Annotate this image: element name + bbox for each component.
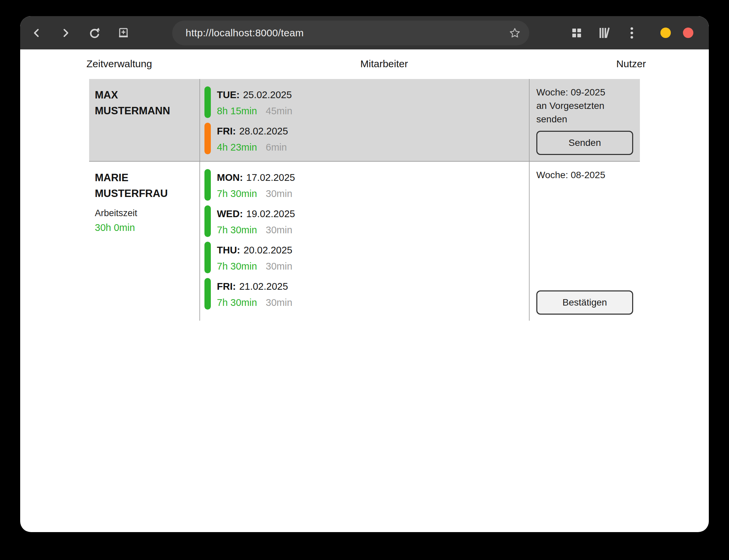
day-entry: FRI:28.02.2025 4h 23min6min xyxy=(204,123,526,154)
new-tab-icon xyxy=(117,27,130,39)
week-action-cell: Woche: 08-2025 Bestätigen xyxy=(529,162,640,321)
worktime-label: Arbeitszeit xyxy=(95,207,196,219)
day-entries-cell: MON:17.02.2025 7h 30min30min xyxy=(199,162,529,321)
url-input[interactable]: http://localhost:8000/team xyxy=(186,27,509,39)
employee-last-name: MUSTERFRAU xyxy=(95,186,196,201)
worktime-value: 30h 0min xyxy=(95,221,196,234)
entry-date: 19.02.2025 xyxy=(246,208,295,219)
week-info: Woche: 08-2025 xyxy=(536,168,633,182)
window-close-button[interactable] xyxy=(683,28,693,38)
menu-button[interactable] xyxy=(624,24,640,42)
browser-toolbar: http://localhost:8000/team xyxy=(20,16,709,49)
status-pill xyxy=(204,242,211,273)
forward-icon xyxy=(60,27,72,39)
library-button[interactable] xyxy=(597,24,612,42)
entry-day: TUE: xyxy=(217,89,240,100)
entry-date: 28.02.2025 xyxy=(239,126,288,136)
library-icon xyxy=(598,27,611,39)
employee-row-max-mustermann: MAX MUSTERMANN TUE:25.02.2025 xyxy=(89,79,640,162)
toolbar-right-group xyxy=(569,24,693,42)
status-pill xyxy=(204,123,211,154)
entry-pause-time: 30min xyxy=(266,225,292,235)
entry-day: MON: xyxy=(217,172,243,183)
day-entry: FRI:21.02.2025 7h 30min30min xyxy=(204,278,526,310)
entry-worked-time: 7h 30min xyxy=(217,261,257,272)
entry-date: 25.02.2025 xyxy=(243,89,292,100)
nav-nutzer[interactable]: Nutzer xyxy=(616,58,646,70)
entry-worked-time: 7h 30min xyxy=(217,225,257,235)
reload-button[interactable] xyxy=(87,24,102,42)
nav-mitarbeiter[interactable]: Mitarbeiter xyxy=(360,58,408,70)
entry-date: 20.02.2025 xyxy=(243,245,292,255)
entry-pause-time: 6min xyxy=(266,142,287,153)
url-bar[interactable]: http://localhost:8000/team xyxy=(172,21,529,45)
window-minimize-button[interactable] xyxy=(660,28,671,38)
nav-zeitverwaltung[interactable]: Zeitverwaltung xyxy=(86,58,152,70)
entry-worked-time: 7h 30min xyxy=(217,188,257,199)
entry-worked-time: 7h 30min xyxy=(217,297,257,308)
send-button[interactable]: Senden xyxy=(536,131,633,155)
nav-button-group xyxy=(29,24,131,42)
employee-first-name: MARIE xyxy=(95,170,196,186)
week-action-cell: Woche: 09-2025 an Vorgesetzten senden Se… xyxy=(529,79,640,161)
entry-day: FRI: xyxy=(217,281,236,292)
week-info: Woche: 09-2025 an Vorgesetzten senden xyxy=(536,86,633,126)
employee-last-name: MUSTERMANN xyxy=(95,103,196,119)
kebab-menu-icon xyxy=(630,27,634,39)
status-pill xyxy=(204,169,211,201)
entry-date: 17.02.2025 xyxy=(246,172,295,183)
bookmark-star-icon[interactable] xyxy=(509,27,521,39)
entry-pause-time: 45min xyxy=(266,106,292,116)
entry-day: WED: xyxy=(217,208,243,219)
confirm-button[interactable]: Bestätigen xyxy=(536,290,633,315)
day-entry: THU:20.02.2025 7h 30min30min xyxy=(204,242,526,273)
day-entry: MON:17.02.2025 7h 30min30min xyxy=(204,169,526,201)
grid-icon xyxy=(572,28,582,38)
entry-day: THU: xyxy=(217,245,240,255)
entry-worked-time: 8h 15min xyxy=(217,106,257,116)
status-pill xyxy=(204,205,211,237)
entry-pause-time: 30min xyxy=(266,297,292,308)
reload-icon xyxy=(88,27,101,39)
team-table: MAX MUSTERMANN TUE:25.02.2025 xyxy=(89,79,640,321)
entry-date: 21.02.2025 xyxy=(239,281,288,292)
day-entry: WED:19.02.2025 7h 30min30min xyxy=(204,205,526,237)
tab-overview-button[interactable] xyxy=(569,24,584,42)
status-pill xyxy=(204,86,211,118)
back-button[interactable] xyxy=(29,24,44,42)
entry-day: FRI: xyxy=(217,126,236,136)
employee-row-marie-musterfrau: MARIE MUSTERFRAU Arbeitszeit 30h 0min MO… xyxy=(89,162,640,321)
employee-first-name: MAX xyxy=(95,87,196,103)
day-entry: TUE:25.02.2025 8h 15min45min xyxy=(204,86,526,118)
status-pill xyxy=(204,278,211,310)
entry-pause-time: 30min xyxy=(266,188,292,199)
team-page: Zeitverwaltung Mitarbeiter Nutzer MAX MU… xyxy=(20,49,709,321)
entry-pause-time: 30min xyxy=(266,261,292,272)
day-entries-cell: TUE:25.02.2025 8h 15min45min xyxy=(199,79,529,161)
page-header-nav: Zeitverwaltung Mitarbeiter Nutzer xyxy=(86,58,646,70)
employee-name-cell: MAX MUSTERMANN xyxy=(89,79,199,161)
forward-button[interactable] xyxy=(58,24,73,42)
screen: http://localhost:8000/team xyxy=(0,0,729,560)
back-icon xyxy=(31,27,43,39)
entry-worked-time: 4h 23min xyxy=(217,142,257,153)
new-tab-button[interactable] xyxy=(116,24,131,42)
browser-window: http://localhost:8000/team xyxy=(20,16,709,532)
employee-name-cell: MARIE MUSTERFRAU Arbeitszeit 30h 0min xyxy=(89,162,199,321)
